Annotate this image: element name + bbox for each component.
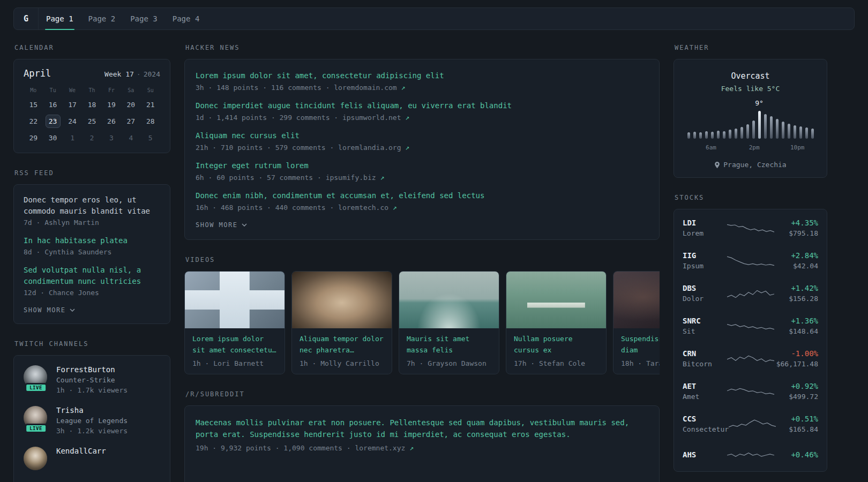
twitch-channel[interactable]: LIVETrishaLeague of Legends3h · 1.2k vie… xyxy=(24,406,160,435)
hackernews-item-domain[interactable]: loremlandia.org xyxy=(338,144,401,152)
tab-page-3[interactable]: Page 3 xyxy=(123,8,165,29)
stock-ticker[interactable]: DBS xyxy=(683,284,727,292)
rss-item-title[interactable]: Sed volutpat nulla nisl, a condimentum n… xyxy=(24,265,160,287)
stock-ticker[interactable]: AET xyxy=(683,382,727,390)
app-logo[interactable]: G xyxy=(14,8,39,29)
rss-item-title[interactable]: Donec tempor eros leo, ut commodo mauris… xyxy=(24,194,160,217)
hackernews-item-domain[interactable]: ipsumify.biz xyxy=(326,174,376,182)
calendar-date[interactable]: 19 xyxy=(102,96,121,113)
calendar-date[interactable]: 5 xyxy=(141,130,160,146)
rss-show-more-button[interactable]: SHOW MORE xyxy=(24,306,75,314)
calendar-date[interactable]: 30 xyxy=(43,130,62,146)
video-title[interactable]: Suspendisse diam xyxy=(621,334,660,356)
hackernews-item-domain[interactable]: loremtech.co xyxy=(338,204,388,212)
weather-time-label: 2pm xyxy=(749,144,760,151)
stock-left: AHS xyxy=(683,450,727,459)
twitch-channel[interactable]: LIVEForrestBurtonCounter-Strike1h · 1.7k… xyxy=(24,365,160,394)
twitch-channel[interactable]: KendallCarr xyxy=(24,447,160,470)
calendar-date[interactable]: 4 xyxy=(121,130,140,146)
calendar-date[interactable]: 2 xyxy=(82,130,101,146)
video-card[interactable]: Mauris sit amet massa felis7h · Grayson … xyxy=(399,271,499,374)
chevron-down-icon xyxy=(242,223,247,227)
hackernews-item-title[interactable]: Lorem ipsum dolor sit amet, consectetur … xyxy=(196,70,648,81)
hackernews-show-more-button[interactable]: SHOW MORE xyxy=(196,221,247,229)
video-title[interactable]: Nullam posuere cursus ex xyxy=(514,334,598,356)
left-column: CALENDAR April Week 17·2024 MoTuWeThFrSa… xyxy=(13,44,170,482)
video-card[interactable]: Aliquam tempor dolor nec pharetra…1h · M… xyxy=(291,271,392,374)
video-title[interactable]: Lorem ipsum dolor sit amet consectetu… xyxy=(192,334,277,356)
calendar-date[interactable]: 24 xyxy=(63,113,82,130)
calendar-date[interactable]: 26 xyxy=(102,113,121,130)
stock-row[interactable]: CRNBitcorn-1.00%$66,171.48 xyxy=(683,342,818,375)
rss-widget: Donec tempor eros leo, ut commodo mauris… xyxy=(13,184,170,324)
calendar-date[interactable]: 29 xyxy=(24,130,43,146)
calendar-date[interactable]: 27 xyxy=(121,113,140,130)
video-thumbnail xyxy=(506,272,606,328)
tab-page-4[interactable]: Page 4 xyxy=(165,8,207,29)
rss-item-title[interactable]: In hac habitasse platea xyxy=(24,235,160,246)
stock-row[interactable]: LDILorem+4.35%$795.18 xyxy=(683,212,818,244)
calendar-date[interactable]: 20 xyxy=(121,96,140,113)
stock-sparkline xyxy=(729,417,776,432)
calendar-date[interactable]: 3 xyxy=(102,130,121,146)
weather-location-label: Prague, Czechia xyxy=(723,161,786,169)
avatar-wrap: LIVE xyxy=(24,365,48,389)
stock-ticker[interactable]: CRN xyxy=(683,349,727,358)
calendar-date[interactable]: 25 xyxy=(82,113,101,130)
channel-info: KendallCarr xyxy=(56,447,106,455)
video-card[interactable]: Nullam posuere cursus ex17h · Stefan Col… xyxy=(506,271,607,374)
videos-section: VIDEOS Lorem ipsum dolor sit amet consec… xyxy=(184,256,660,374)
hackernews-item-domain[interactable]: loremdomain.com xyxy=(334,84,396,92)
stock-ticker[interactable]: CCS xyxy=(683,415,729,423)
stock-row[interactable]: AHS+0.46% xyxy=(683,440,818,469)
tab-page-2[interactable]: Page 2 xyxy=(81,8,123,29)
calendar-date-label: 3 xyxy=(104,131,119,145)
stock-ticker[interactable]: IIG xyxy=(683,251,727,260)
video-title[interactable]: Mauris sit amet massa felis xyxy=(407,334,491,356)
channel-name[interactable]: ForrestBurton xyxy=(56,365,128,374)
video-card[interactable]: Lorem ipsum dolor sit amet consectetu…1h… xyxy=(184,271,285,374)
hackernews-section: HACKER NEWS Lorem ipsum dolor sit amet, … xyxy=(184,44,660,240)
subreddit-item-title[interactable]: Maecenas mollis pulvinar erat non posuer… xyxy=(196,417,648,441)
calendar-date[interactable]: 21 xyxy=(141,96,160,113)
calendar-date[interactable]: 15 xyxy=(24,96,43,113)
calendar-date[interactable]: 22 xyxy=(24,113,43,130)
weather-hour-bar xyxy=(740,127,743,139)
stock-ticker[interactable]: SNRC xyxy=(683,317,727,325)
stock-row[interactable]: CCSConsectetur+0.51%$165.84 xyxy=(683,408,818,440)
stock-row[interactable]: IIGIpsum+2.84%$42.04 xyxy=(683,244,818,277)
calendar-date[interactable]: 17 xyxy=(63,96,82,113)
video-card[interactable]: Suspendisse diam18h · Tara xyxy=(613,271,660,374)
stock-price: $165.84 xyxy=(776,425,818,433)
calendar-date-selected[interactable]: 23 xyxy=(43,113,62,130)
weather-hour-bar xyxy=(799,126,802,139)
hackernews-item-title[interactable]: Aliquam nec cursus elit xyxy=(196,130,648,141)
channel-name[interactable]: Trisha xyxy=(56,406,128,415)
hackernews-item-title[interactable]: Integer eget rutrum lorem xyxy=(196,160,648,171)
calendar-date[interactable]: 18 xyxy=(82,96,101,113)
calendar-date-label: 1 xyxy=(65,131,80,145)
chevron-down-icon xyxy=(70,308,75,312)
calendar-date[interactable]: 1 xyxy=(63,130,82,146)
stock-row[interactable]: DBSDolor+1.42%$156.28 xyxy=(683,277,818,310)
tab-page-1[interactable]: Page 1 xyxy=(39,8,81,29)
hackernews-item-title[interactable]: Donec enim nibh, condimentum et accumsan… xyxy=(196,190,648,201)
rss-item-meta: 12d · Chance Jones xyxy=(24,289,160,297)
calendar-date[interactable]: 28 xyxy=(141,113,160,130)
channel-name[interactable]: KendallCarr xyxy=(56,447,106,455)
subreddit-item-domain[interactable]: loremnet.xyz xyxy=(355,444,405,452)
hackernews-item-domain[interactable]: ipsumworld.net xyxy=(342,114,401,122)
calendar-date-label: 19 xyxy=(104,98,119,111)
calendar-date[interactable]: 16 xyxy=(43,96,62,113)
hackernews-item-title[interactable]: Donec imperdiet augue tincidunt felis al… xyxy=(196,100,648,111)
stock-row[interactable]: SNRCSit+1.36%$148.64 xyxy=(683,310,818,342)
stock-name: Consectetur xyxy=(683,425,729,433)
calendar-section-title: CALENDAR xyxy=(14,44,170,51)
stock-ticker[interactable]: AHS xyxy=(683,450,727,459)
stock-row[interactable]: AETAmet+0.92%$499.72 xyxy=(683,375,818,408)
hackernews-item-meta: 1d · 1,414 points · 299 comments · ipsum… xyxy=(196,114,648,122)
video-title[interactable]: Aliquam tempor dolor nec pharetra… xyxy=(300,334,384,356)
stock-ticker[interactable]: LDI xyxy=(683,219,727,227)
stocks-section-title: STOCKS xyxy=(675,194,827,201)
stock-left: SNRCSit xyxy=(683,317,727,335)
